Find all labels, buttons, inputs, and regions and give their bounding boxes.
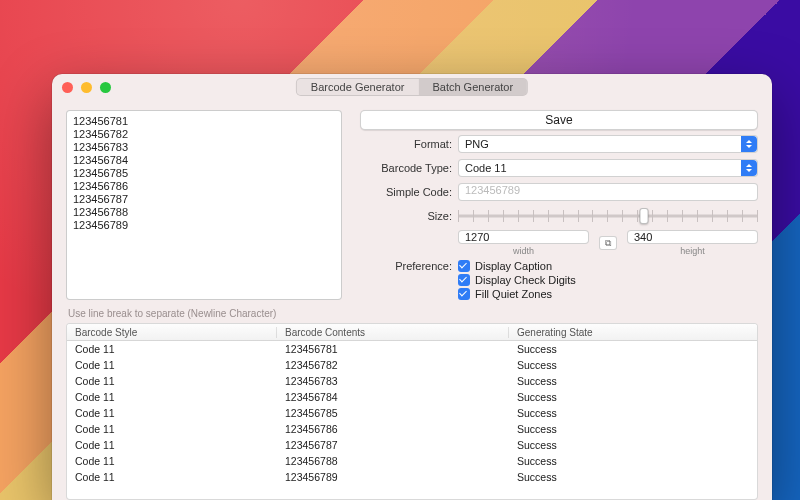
column-barcode-contents[interactable]: Barcode Contents — [277, 327, 509, 338]
zoom-icon[interactable] — [100, 82, 111, 93]
link-icon[interactable]: ⧉ — [599, 236, 617, 250]
table-row[interactable]: Code 11123456781Success — [67, 341, 757, 357]
tab-batch-generator[interactable]: Batch Generator — [418, 79, 527, 95]
batch-input-textarea[interactable]: 123456781 123456782 123456783 123456784 … — [66, 110, 342, 300]
chevron-updown-icon — [741, 160, 757, 176]
label-format: Format: — [360, 138, 452, 150]
cell-state: Success — [509, 439, 757, 451]
row-barcode-type: Barcode Type: Code 11 — [360, 158, 758, 178]
table-row[interactable]: Code 11123456784Success — [67, 389, 757, 405]
checkbox-icon — [458, 288, 470, 300]
cell-contents: 123456787 — [277, 439, 509, 451]
cell-style: Code 11 — [67, 471, 277, 483]
format-value: PNG — [465, 138, 489, 150]
cell-state: Success — [509, 455, 757, 467]
chevron-updown-icon — [741, 136, 757, 152]
cell-state: Success — [509, 407, 757, 419]
pref-display-caption[interactable]: Display Caption — [458, 260, 576, 272]
row-preference: Preference: Display Caption Display Chec… — [360, 260, 758, 300]
checkbox-icon — [458, 274, 470, 286]
cell-style: Code 11 — [67, 439, 277, 451]
results-table: Barcode Style Barcode Contents Generatin… — [66, 323, 758, 500]
cell-state: Success — [509, 375, 757, 387]
cell-style: Code 11 — [67, 407, 277, 419]
row-dimensions: 1270 width ⧉ 340 height — [360, 230, 758, 256]
cell-contents: 123456782 — [277, 359, 509, 371]
column-generating-state[interactable]: Generating State — [509, 327, 757, 338]
label-simple-code: Simple Code: — [360, 186, 452, 198]
input-hint: Use line break to separate (Newline Char… — [68, 308, 758, 319]
minimize-icon[interactable] — [81, 82, 92, 93]
label-size: Size: — [360, 210, 452, 222]
cell-contents: 123456785 — [277, 407, 509, 419]
tab-barcode-generator[interactable]: Barcode Generator — [297, 79, 419, 95]
checkbox-icon — [458, 260, 470, 272]
pref-label: Fill Quiet Zones — [475, 288, 552, 300]
save-button[interactable]: Save — [360, 110, 758, 130]
pref-label: Display Check Digits — [475, 274, 576, 286]
table-row[interactable]: Code 11123456785Success — [67, 405, 757, 421]
table-row[interactable]: Code 11123456788Success — [67, 453, 757, 469]
cell-contents: 123456781 — [277, 343, 509, 355]
cell-contents: 123456789 — [277, 471, 509, 483]
row-size: Size: — [360, 206, 758, 226]
pref-display-check-digits[interactable]: Display Check Digits — [458, 274, 576, 286]
cell-contents: 123456783 — [277, 375, 509, 387]
width-sublabel: width — [513, 246, 534, 256]
slider-ticks — [458, 210, 758, 222]
row-simple-code: Simple Code: 123456789 — [360, 182, 758, 202]
cell-state: Success — [509, 391, 757, 403]
size-slider[interactable] — [458, 207, 758, 225]
app-window: Barcode Generator Batch Generator 123456… — [52, 74, 772, 500]
titlebar: Barcode Generator Batch Generator — [52, 74, 772, 100]
cell-style: Code 11 — [67, 455, 277, 467]
cell-state: Success — [509, 423, 757, 435]
format-select[interactable]: PNG — [458, 135, 758, 153]
cell-contents: 123456786 — [277, 423, 509, 435]
label-barcode-type: Barcode Type: — [360, 162, 452, 174]
tab-switcher: Barcode Generator Batch Generator — [296, 78, 528, 96]
cell-state: Success — [509, 359, 757, 371]
cell-style: Code 11 — [67, 375, 277, 387]
pref-label: Display Caption — [475, 260, 552, 272]
row-format: Format: PNG — [360, 134, 758, 154]
cell-state: Success — [509, 343, 757, 355]
barcode-type-value: Code 11 — [465, 162, 507, 174]
cell-style: Code 11 — [67, 359, 277, 371]
window-controls — [62, 82, 111, 93]
table-row[interactable]: Code 11123456786Success — [67, 421, 757, 437]
cell-style: Code 11 — [67, 343, 277, 355]
table-body: Code 11123456781SuccessCode 11123456782S… — [67, 341, 757, 485]
cell-contents: 123456784 — [277, 391, 509, 403]
height-input[interactable]: 340 — [627, 230, 758, 244]
height-sublabel: height — [680, 246, 705, 256]
width-input[interactable]: 1270 — [458, 230, 589, 244]
cell-style: Code 11 — [67, 423, 277, 435]
label-preference: Preference: — [360, 260, 452, 272]
simple-code-input[interactable]: 123456789 — [458, 183, 758, 201]
column-barcode-style[interactable]: Barcode Style — [67, 327, 277, 338]
settings-panel: Save Format: PNG Barcode Type: Code 11 — [360, 110, 758, 300]
table-header: Barcode Style Barcode Contents Generatin… — [67, 324, 757, 341]
table-row[interactable]: Code 11123456787Success — [67, 437, 757, 453]
table-row[interactable]: Code 11123456782Success — [67, 357, 757, 373]
close-icon[interactable] — [62, 82, 73, 93]
cell-state: Success — [509, 471, 757, 483]
cell-contents: 123456788 — [277, 455, 509, 467]
slider-thumb[interactable] — [640, 208, 649, 224]
table-row[interactable]: Code 11123456783Success — [67, 373, 757, 389]
pref-fill-quiet-zones[interactable]: Fill Quiet Zones — [458, 288, 576, 300]
table-row[interactable]: Code 11123456789Success — [67, 469, 757, 485]
content-area: 123456781 123456782 123456783 123456784 … — [52, 100, 772, 500]
top-row: 123456781 123456782 123456783 123456784 … — [66, 110, 758, 300]
cell-style: Code 11 — [67, 391, 277, 403]
barcode-type-select[interactable]: Code 11 — [458, 159, 758, 177]
